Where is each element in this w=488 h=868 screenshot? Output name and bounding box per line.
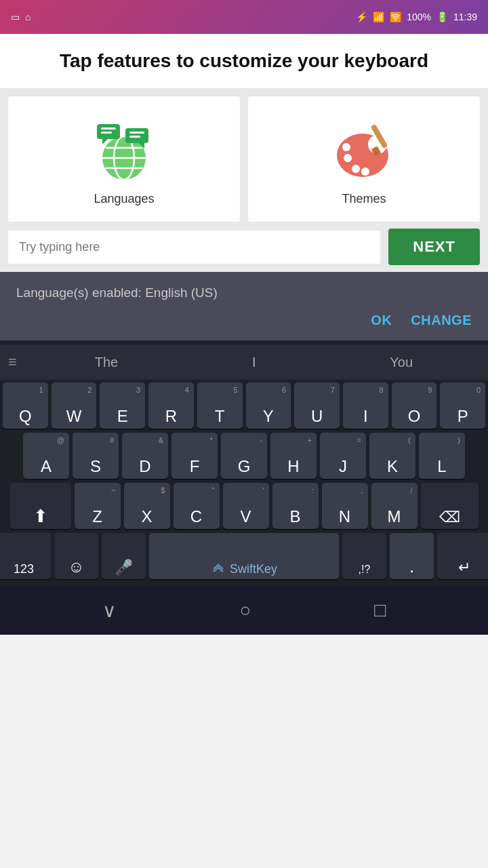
- swiftkey-logo: SwiftKey: [211, 563, 277, 575]
- swiftkey-chevron-icon: [211, 564, 226, 574]
- typing-area: NEXT: [0, 222, 488, 272]
- emoji-key[interactable]: ☺: [54, 533, 98, 579]
- swiftkey-text: SwiftKey: [230, 563, 277, 575]
- key-l[interactable]: )L: [419, 433, 465, 479]
- feature-cards-container: Languages Themes: [0, 88, 488, 222]
- shift-key[interactable]: ⬆: [10, 483, 71, 529]
- punctuation-key[interactable]: ,!?: [342, 533, 386, 579]
- key-rows: 1Q 2W 3E 4R 5T 6Y 7U 8I 9O 0P @A #S &D *…: [0, 380, 488, 586]
- key-b[interactable]: :B: [272, 483, 319, 529]
- key-k[interactable]: (K: [369, 433, 415, 479]
- key-n[interactable]: ;N: [322, 483, 368, 529]
- mic-key[interactable]: 🎤: [102, 533, 146, 579]
- screen-icon: ▭: [11, 12, 20, 22]
- key-a[interactable]: @A: [23, 433, 69, 479]
- svg-rect-11: [129, 136, 140, 138]
- navigation-bar: ∨ ○ □: [0, 586, 488, 635]
- key-o[interactable]: 9O: [392, 382, 437, 429]
- key-w[interactable]: 2W: [52, 382, 97, 429]
- key-v[interactable]: 'V: [223, 483, 269, 529]
- key-123[interactable]: 123: [0, 533, 51, 579]
- wifi-icon: 🛜: [390, 12, 401, 22]
- space-key[interactable]: SwiftKey: [149, 533, 339, 579]
- suggestions-list: The I You: [28, 355, 480, 370]
- typing-input[interactable]: [8, 231, 380, 264]
- key-p[interactable]: 0P: [440, 382, 485, 429]
- hamburger-icon[interactable]: ≡: [8, 353, 17, 371]
- svg-rect-6: [101, 127, 116, 130]
- key-f[interactable]: *F: [171, 433, 218, 479]
- svg-marker-8: [102, 139, 108, 144]
- time: 11:39: [453, 12, 477, 22]
- suggestion-i[interactable]: I: [252, 355, 256, 370]
- key-g[interactable]: -G: [221, 433, 267, 479]
- themes-icon: [330, 116, 398, 184]
- key-j[interactable]: =J: [320, 433, 366, 479]
- key-x[interactable]: $X: [124, 483, 170, 529]
- key-y[interactable]: 6Y: [246, 382, 291, 429]
- languages-icon: [90, 116, 158, 184]
- suggestion-the[interactable]: The: [95, 355, 118, 370]
- status-left-icons: ▭ ⌂: [11, 12, 30, 22]
- back-nav-icon[interactable]: ∨: [102, 599, 117, 622]
- dot-key[interactable]: .: [390, 533, 434, 579]
- language-actions: OK CHANGE: [16, 313, 472, 340]
- svg-point-16: [352, 165, 360, 173]
- themes-card[interactable]: Themes: [248, 96, 480, 222]
- key-h[interactable]: +H: [270, 433, 317, 479]
- suggestion-row: ≡ The I You: [0, 344, 488, 380]
- svg-point-17: [361, 167, 369, 176]
- key-u[interactable]: 7U: [294, 382, 340, 429]
- key-m[interactable]: /M: [371, 483, 418, 529]
- next-button[interactable]: NEXT: [388, 229, 480, 265]
- svg-point-15: [344, 154, 352, 162]
- enter-key[interactable]: ↵: [437, 533, 488, 579]
- language-info-text: Language(s) enabled: English (US): [16, 285, 472, 300]
- key-i[interactable]: 8I: [343, 382, 388, 429]
- key-z[interactable]: ~Z: [75, 483, 121, 529]
- ok-button[interactable]: OK: [371, 313, 392, 328]
- battery-percent: 100%: [407, 12, 431, 22]
- home-nav-icon[interactable]: ○: [240, 599, 251, 621]
- key-row-1: 1Q 2W 3E 4R 5T 6Y 7U 8I 9O 0P: [3, 382, 485, 429]
- status-bar: ▭ ⌂ ⚡ 📶 🛜 100% 🔋 11:39: [0, 0, 488, 34]
- suggestion-you[interactable]: You: [390, 355, 413, 370]
- bluetooth-icon: ⚡: [356, 12, 367, 22]
- header-section: Tap features to customize your keyboard: [0, 34, 488, 88]
- status-right-info: ⚡ 📶 🛜 100% 🔋 11:39: [356, 12, 477, 22]
- svg-rect-7: [101, 132, 112, 134]
- recent-nav-icon[interactable]: □: [374, 599, 386, 621]
- key-d[interactable]: &D: [122, 433, 168, 479]
- notification-icon: ⌂: [25, 12, 30, 22]
- key-q[interactable]: 1Q: [3, 382, 48, 429]
- key-r[interactable]: 4R: [148, 382, 194, 429]
- svg-point-18: [342, 143, 350, 151]
- key-s[interactable]: #S: [73, 433, 119, 479]
- key-t[interactable]: 5T: [197, 382, 243, 429]
- battery-icon: 🔋: [436, 12, 448, 22]
- key-row-4: 123 ☺ 🎤 SwiftKey ,!?: [3, 533, 485, 579]
- svg-rect-10: [129, 132, 144, 134]
- backspace-key[interactable]: ⌫: [421, 483, 479, 529]
- key-row-3: ⬆ ~Z $X "C 'V :B ;N /M ⌫: [3, 483, 485, 529]
- language-info-bar: Language(s) enabled: English (US) OK CHA…: [0, 272, 488, 340]
- key-row-2: @A #S &D *F -G +H =J (K )L: [3, 433, 485, 479]
- languages-label: Languages: [94, 192, 154, 206]
- languages-card[interactable]: Languages: [8, 96, 240, 222]
- change-button[interactable]: CHANGE: [411, 313, 472, 328]
- themes-label: Themes: [342, 192, 386, 206]
- keyboard: ≡ The I You 1Q 2W 3E 4R 5T 6Y 7U 8I 9O 0…: [0, 340, 488, 586]
- page-title: Tap features to customize your keyboard: [19, 49, 469, 73]
- signal-icon: 📶: [373, 12, 384, 22]
- key-c[interactable]: "C: [174, 483, 220, 529]
- key-e[interactable]: 3E: [100, 382, 145, 429]
